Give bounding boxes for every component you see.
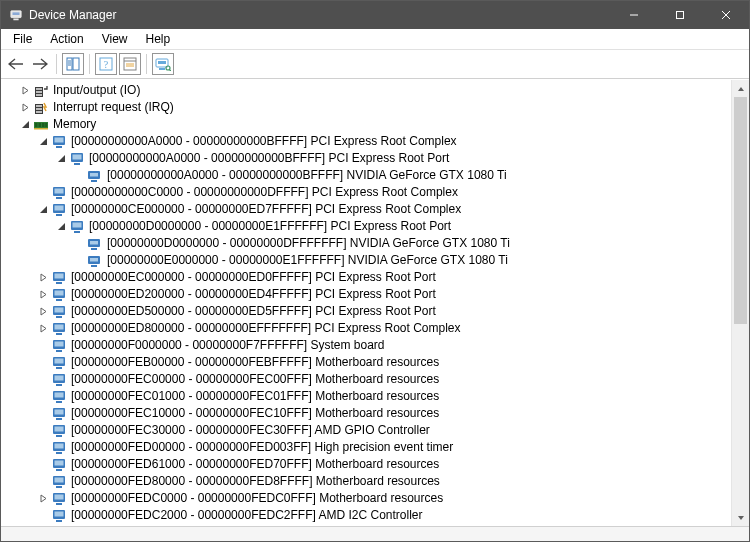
svg-rect-72: [56, 333, 62, 335]
svg-rect-53: [73, 222, 82, 227]
titlebar-left: Device Manager: [1, 8, 116, 22]
tree-row[interactable]: [00000000CE000000 - 00000000ED7FFFFF] PC…: [1, 201, 731, 218]
tree-row[interactable]: Interrupt request (IRQ): [1, 99, 731, 116]
tree-row[interactable]: [00000000D0000000 - 00000000DFFFFFFF] NV…: [1, 235, 731, 252]
tree-row[interactable]: [00000000FEC30000 - 00000000FEC30FFF] AM…: [1, 422, 731, 439]
tree-item-label: [00000000D0000000 - 00000000DFFFFFFF] NV…: [107, 235, 510, 252]
minimize-button[interactable]: [611, 1, 657, 29]
expand-icon[interactable]: [37, 306, 49, 318]
tree-row[interactable]: [00000000FEB00000 - 00000000FEBFFFFF] Mo…: [1, 354, 731, 371]
tree-row[interactable]: [00000000ED200000 - 00000000ED4FFFFF] PC…: [1, 286, 731, 303]
show-hide-tree-button[interactable]: [62, 53, 84, 75]
tree-row[interactable]: [00000000FED00000 - 00000000FED003FF] Hi…: [1, 439, 731, 456]
device-tree[interactable]: Input/output (IO)Interrupt request (IRQ)…: [1, 80, 731, 526]
svg-rect-81: [56, 384, 62, 386]
tree-row[interactable]: [00000000FEC00000 - 00000000FEC00FFF] Mo…: [1, 371, 731, 388]
svg-rect-105: [56, 520, 62, 522]
help-button[interactable]: ?: [95, 53, 117, 75]
tree-row[interactable]: [00000000000A0000 - 00000000000BFFFF] PC…: [1, 150, 731, 167]
twisty-spacer: [37, 476, 49, 488]
sys-icon: [51, 270, 67, 286]
tree-item-label: [00000000000C0000 - 00000000000DFFFF] PC…: [71, 184, 458, 201]
scan-hardware-button[interactable]: [152, 53, 174, 75]
expand-icon[interactable]: [37, 493, 49, 505]
forward-button[interactable]: [29, 53, 51, 75]
collapse-icon[interactable]: [19, 119, 31, 131]
tree-row[interactable]: [00000000EC000000 - 00000000ED0FFFFF] PC…: [1, 269, 731, 286]
tree-row[interactable]: [00000000000A0000 - 00000000000BFFFF] PC…: [1, 133, 731, 150]
svg-rect-28: [36, 105, 42, 107]
sys-icon: [51, 491, 67, 507]
properties-button[interactable]: [119, 53, 141, 75]
tree-item-label: [00000000FEC10000 - 00000000FEC10FFF] Mo…: [71, 405, 439, 422]
tree-row[interactable]: [00000000000C0000 - 00000000000DFFFF] PC…: [1, 184, 731, 201]
twisty-spacer: [37, 459, 49, 471]
menu-view[interactable]: View: [94, 30, 136, 48]
tree-item-label: [00000000FEC01000 - 00000000FEC01FFF] Mo…: [71, 388, 439, 405]
menu-help[interactable]: Help: [138, 30, 179, 48]
sys-icon: [51, 474, 67, 490]
collapse-icon[interactable]: [37, 204, 49, 216]
svg-rect-98: [55, 477, 64, 482]
tree-row[interactable]: [00000000ED500000 - 00000000ED5FFFFF] PC…: [1, 303, 731, 320]
tree-row[interactable]: [00000000000A0000 - 00000000000BFFFF] NV…: [1, 167, 731, 184]
twisty-spacer: [37, 408, 49, 420]
toolbar-separator: [146, 54, 147, 74]
content-area: Input/output (IO)Interrupt request (IRQ)…: [1, 79, 749, 526]
sys-icon: [51, 287, 67, 303]
svg-rect-74: [55, 341, 64, 346]
scroll-track[interactable]: [732, 97, 749, 509]
twisty-spacer: [73, 255, 85, 267]
tree-item-label: [00000000FEC30000 - 00000000FEC30FFF] AM…: [71, 422, 430, 439]
expand-icon[interactable]: [37, 289, 49, 301]
tree-row[interactable]: [00000000FEDC2000 - 00000000FEDC2FFF] AM…: [1, 507, 731, 524]
tree-row[interactable]: [00000000FEDC0000 - 00000000FEDC0FFF] Mo…: [1, 490, 731, 507]
window-title: Device Manager: [29, 8, 116, 22]
collapse-icon[interactable]: [37, 136, 49, 148]
svg-rect-2: [13, 19, 18, 21]
maximize-button[interactable]: [657, 1, 703, 29]
tree-row[interactable]: [00000000E0000000 - 00000000E1FFFFFF] NV…: [1, 252, 731, 269]
twisty-spacer: [37, 340, 49, 352]
svg-rect-42: [74, 163, 80, 165]
tree-row[interactable]: [00000000FEC01000 - 00000000FEC01FFF] Mo…: [1, 388, 731, 405]
tree-row[interactable]: [00000000FED80000 - 00000000FED8FFFF] Mo…: [1, 473, 731, 490]
svg-rect-33: [39, 123, 42, 127]
expand-icon[interactable]: [37, 323, 49, 335]
scroll-up-button[interactable]: [732, 80, 749, 97]
svg-rect-65: [55, 290, 64, 295]
vertical-scrollbar[interactable]: [731, 80, 749, 526]
irq-icon: [33, 100, 49, 116]
tree-row[interactable]: [00000000FEC10000 - 00000000FEC10FFF] Mo…: [1, 405, 731, 422]
menu-file[interactable]: File: [5, 30, 40, 48]
close-button[interactable]: [703, 1, 749, 29]
svg-rect-59: [90, 258, 98, 262]
tree-row[interactable]: [00000000F0000000 - 00000000F7FFFFFF] Sy…: [1, 337, 731, 354]
svg-rect-26: [36, 94, 42, 96]
collapse-icon[interactable]: [55, 153, 67, 165]
tree-row[interactable]: Memory: [1, 116, 731, 133]
expand-icon[interactable]: [19, 85, 31, 97]
tree-row[interactable]: [00000000D0000000 - 00000000E1FFFFFF] PC…: [1, 218, 731, 235]
svg-rect-39: [56, 146, 62, 148]
tree-row[interactable]: [00000000FED61000 - 00000000FED70FFF] Mo…: [1, 456, 731, 473]
tree-row[interactable]: [00000000ED800000 - 00000000EFFFFFFF] PC…: [1, 320, 731, 337]
expand-icon[interactable]: [37, 272, 49, 284]
back-button[interactable]: [5, 53, 27, 75]
scroll-down-button[interactable]: [732, 509, 749, 526]
collapse-icon[interactable]: [55, 221, 67, 233]
sys-icon: [51, 185, 67, 201]
tree-item-label: [00000000FED61000 - 00000000FED70FFF] Mo…: [71, 456, 439, 473]
svg-rect-48: [56, 197, 62, 199]
statusbar: [1, 526, 749, 541]
svg-rect-87: [56, 418, 62, 420]
tree-row[interactable]: Input/output (IO): [1, 82, 731, 99]
svg-rect-38: [55, 137, 64, 142]
svg-rect-41: [73, 154, 82, 159]
svg-rect-4: [677, 12, 684, 19]
sys-icon: [69, 219, 85, 235]
gpu-icon: [87, 253, 103, 269]
scroll-thumb[interactable]: [734, 97, 747, 324]
menu-action[interactable]: Action: [42, 30, 91, 48]
expand-icon[interactable]: [19, 102, 31, 114]
